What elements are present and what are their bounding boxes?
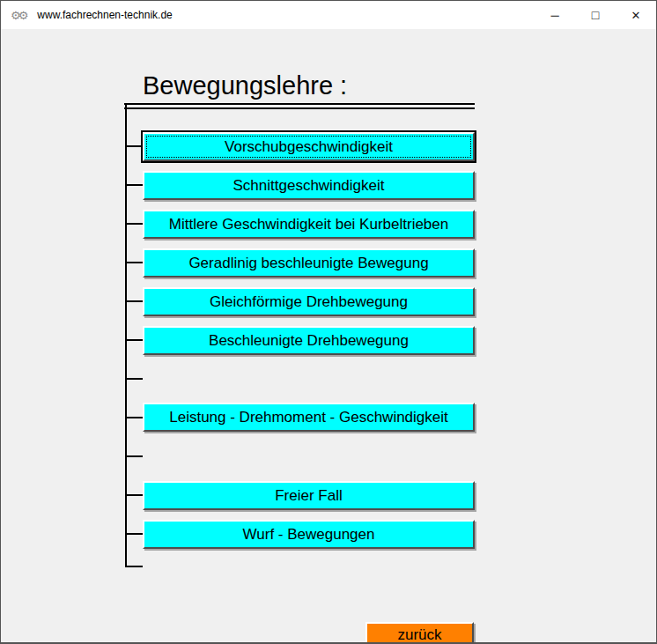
window-title: www.fachrechnen-technik.de: [37, 9, 172, 21]
menu-button-vorschubgeschwindigkeit[interactable]: Vorschubgeschwindigkeit: [143, 132, 475, 161]
connector-tick: [126, 184, 143, 186]
menu-button-mittlere-geschwindigkeit[interactable]: Mittlere Geschwindigkeit bei Kurbeltrieb…: [143, 210, 475, 239]
connector-tick: [126, 339, 143, 341]
connector-tick: [126, 455, 143, 457]
connector-tick: [126, 378, 143, 380]
connector-tick: [126, 300, 143, 302]
menu-button-wurf-bewegungen[interactable]: Wurf - Bewegungen: [143, 520, 475, 549]
menu-button-freier-fall[interactable]: Freier Fall: [143, 481, 475, 510]
menu-button-gleichfoermige-drehbewegung[interactable]: Gleichförmige Drehbewegung: [143, 287, 475, 316]
back-button[interactable]: zurück: [365, 622, 474, 644]
connector-tick: [126, 533, 143, 535]
connector-tick: [126, 494, 143, 496]
menu-button-schnittgeschwindigkeit[interactable]: Schnittgeschwindigkeit: [143, 171, 475, 200]
close-button[interactable]: ✕: [616, 1, 656, 29]
menu-button-geradlinig-beschleunigte-bewegung[interactable]: Geradlinig beschleunigte Bewegung: [143, 248, 475, 278]
tree-connector-line: [125, 103, 127, 567]
client-area: Bewegungslehre : Vorschubgeschwindigkeit…: [1, 29, 656, 642]
menu-button-leistung-drehmoment-geschwindigkeit[interactable]: Leistung - Drehmoment - Geschwindigkeit: [143, 403, 475, 432]
maximize-button[interactable]: □: [575, 1, 616, 29]
connector-tick: [126, 145, 143, 147]
connector-tick: [126, 262, 143, 263]
connector-tick: [126, 223, 143, 225]
app-window: ⚙⚙ www.fachrechnen-technik.de ─ □ ✕ Bewe…: [0, 0, 657, 644]
heading-double-underline: [124, 103, 475, 109]
page-title: Bewegungslehre :: [143, 71, 347, 100]
connector-tick: [126, 566, 143, 567]
minimize-button[interactable]: ─: [535, 1, 575, 29]
titlebar: ⚙⚙ www.fachrechnen-technik.de ─ □ ✕: [1, 1, 656, 29]
gears-icon: ⚙⚙: [11, 10, 26, 21]
connector-tick: [126, 417, 143, 418]
menu-button-beschleunigte-drehbewegung[interactable]: Beschleunigte Drehbewegung: [143, 326, 475, 355]
